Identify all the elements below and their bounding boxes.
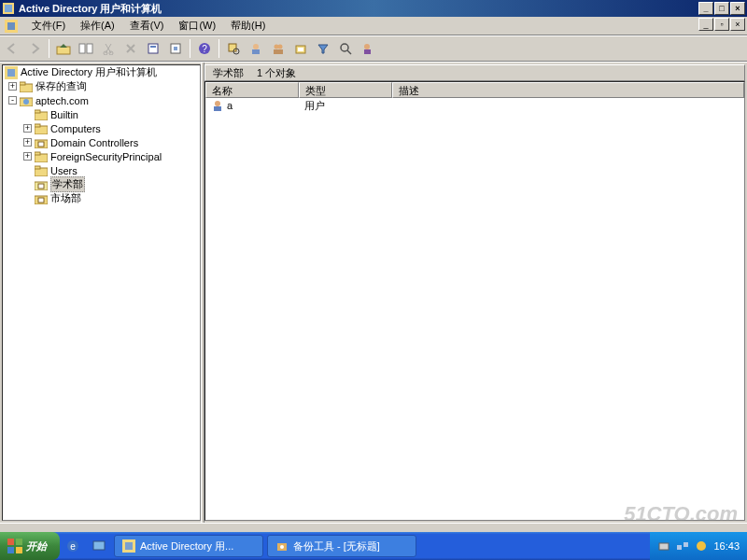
add-member-button[interactable] bbox=[358, 38, 378, 59]
tray-icon[interactable] bbox=[657, 539, 670, 553]
tree-node-builtin[interactable]: Builtin bbox=[3, 107, 200, 121]
svg-rect-62 bbox=[684, 542, 688, 547]
new-group-button[interactable] bbox=[268, 38, 289, 59]
svg-rect-30 bbox=[20, 82, 25, 85]
tray-volume-icon[interactable] bbox=[695, 539, 708, 553]
column-type[interactable]: 类型 bbox=[299, 82, 392, 98]
filter-button[interactable] bbox=[313, 38, 333, 59]
content-pane: 学术部 1 个对象 名称 类型 描述 a 用户 bbox=[204, 64, 745, 521]
minimize-button[interactable]: _ bbox=[698, 2, 713, 15]
back-button[interactable] bbox=[2, 38, 22, 59]
svg-rect-6 bbox=[87, 44, 92, 53]
expander-icon[interactable]: - bbox=[8, 96, 17, 105]
backup-icon bbox=[275, 539, 289, 553]
tree-root[interactable]: Active Directory 用户和计算机 bbox=[3, 65, 200, 79]
content-header: 学术部 1 个对象 bbox=[204, 64, 745, 81]
svg-point-23 bbox=[341, 44, 348, 51]
item-name: a bbox=[227, 100, 233, 111]
domain-icon bbox=[20, 94, 33, 107]
expander-icon[interactable]: + bbox=[8, 82, 17, 91]
svg-rect-9 bbox=[148, 44, 158, 53]
svg-rect-5 bbox=[79, 44, 85, 53]
svg-rect-22 bbox=[298, 48, 303, 51]
svg-rect-49 bbox=[7, 539, 14, 545]
find-button[interactable] bbox=[223, 38, 244, 59]
svg-rect-44 bbox=[38, 184, 44, 189]
user-icon bbox=[211, 99, 224, 112]
list-item[interactable]: a 用户 bbox=[205, 98, 744, 113]
system-tray[interactable]: 16:43 bbox=[650, 532, 747, 560]
new-user-button[interactable] bbox=[246, 38, 266, 59]
up-button[interactable] bbox=[53, 38, 74, 59]
menu-view[interactable]: 查看(V) bbox=[122, 17, 172, 35]
ad-root-icon bbox=[5, 66, 18, 79]
refresh-button[interactable] bbox=[165, 38, 186, 59]
delete-button[interactable] bbox=[120, 38, 141, 59]
ou-name-label: 学术部 bbox=[213, 66, 244, 80]
tree-node-xueshubu[interactable]: 学术部 bbox=[3, 177, 200, 191]
help-button[interactable]: ? bbox=[194, 38, 215, 59]
taskbar: 开始 e Active Directory 用... 备份工具 - [无标题] … bbox=[0, 532, 747, 560]
cut-button[interactable] bbox=[98, 38, 119, 59]
svg-rect-36 bbox=[35, 124, 40, 127]
column-desc[interactable]: 描述 bbox=[392, 82, 744, 98]
svg-rect-14 bbox=[229, 44, 236, 51]
svg-text:e: e bbox=[70, 541, 76, 552]
folder-icon bbox=[35, 164, 48, 177]
new-ou-button[interactable] bbox=[290, 38, 311, 59]
svg-rect-61 bbox=[677, 545, 682, 550]
svg-rect-4 bbox=[57, 47, 70, 54]
svg-rect-34 bbox=[35, 110, 40, 113]
tray-network-icon[interactable] bbox=[676, 539, 689, 553]
svg-point-47 bbox=[215, 101, 220, 106]
list-view[interactable]: 名称 类型 描述 a 用户 bbox=[204, 81, 745, 521]
quicklaunch-desktop[interactable] bbox=[88, 535, 110, 557]
menu-bar: 文件(F) 操作(A) 查看(V) 窗口(W) 帮助(H) _ ▫ × bbox=[0, 17, 747, 35]
svg-line-24 bbox=[347, 50, 351, 54]
tree-node-computers[interactable]: + Computers bbox=[3, 121, 200, 135]
tree-node-saved-queries[interactable]: + 保存的查询 bbox=[3, 79, 200, 93]
child-restore-button[interactable]: ▫ bbox=[714, 18, 729, 31]
expander-icon[interactable]: + bbox=[23, 152, 32, 161]
taskbar-item-backup[interactable]: 备份工具 - [无标题] bbox=[267, 535, 416, 557]
properties-button[interactable] bbox=[143, 38, 163, 59]
tree-node-dc[interactable]: + Domain Controllers bbox=[3, 135, 200, 149]
clock[interactable]: 16:43 bbox=[713, 540, 740, 552]
menu-file[interactable]: 文件(F) bbox=[24, 17, 73, 35]
tree-node-domain[interactable]: - aptech.com bbox=[3, 93, 200, 107]
watermark-text: 51CTO.com bbox=[624, 502, 738, 526]
toolbar: ? bbox=[0, 35, 747, 62]
ou-open-icon bbox=[35, 178, 48, 191]
find-objects-button[interactable] bbox=[335, 38, 356, 59]
expander-icon[interactable]: + bbox=[23, 124, 32, 133]
forward-button[interactable] bbox=[24, 38, 45, 59]
child-close-button[interactable]: × bbox=[730, 18, 745, 31]
tree-pane[interactable]: Active Directory 用户和计算机 + 保存的查询 - aptech… bbox=[2, 64, 201, 521]
start-button[interactable]: 开始 bbox=[0, 532, 60, 560]
svg-point-59 bbox=[280, 545, 284, 549]
svg-rect-42 bbox=[35, 166, 40, 169]
child-minimize-button[interactable]: _ bbox=[698, 18, 713, 31]
mmc-icon bbox=[4, 19, 19, 34]
svg-rect-51 bbox=[7, 547, 14, 553]
workspace: Active Directory 用户和计算机 + 保存的查询 - aptech… bbox=[0, 62, 747, 523]
ou-icon bbox=[35, 192, 48, 205]
expander-icon[interactable]: + bbox=[23, 138, 32, 147]
quicklaunch-ie[interactable]: e bbox=[62, 535, 84, 557]
tree-node-shichangbu[interactable]: 市场部 bbox=[3, 191, 200, 205]
svg-text:?: ? bbox=[202, 44, 207, 54]
svg-point-16 bbox=[253, 44, 259, 49]
svg-point-32 bbox=[23, 99, 29, 105]
show-hide-button[interactable] bbox=[76, 38, 96, 59]
menu-action[interactable]: 操作(A) bbox=[73, 17, 122, 35]
tree-node-users[interactable]: Users bbox=[3, 163, 200, 177]
column-name[interactable]: 名称 bbox=[205, 82, 299, 98]
menu-help[interactable]: 帮助(H) bbox=[223, 17, 273, 35]
menu-window[interactable]: 窗口(W) bbox=[171, 17, 223, 35]
tree-node-fsp[interactable]: + ForeignSecurityPrincipal bbox=[3, 149, 200, 163]
svg-rect-40 bbox=[35, 152, 40, 155]
window-titlebar: Active Directory 用户和计算机 _ □ × bbox=[0, 0, 747, 17]
close-button[interactable]: × bbox=[730, 2, 745, 15]
maximize-button[interactable]: □ bbox=[714, 2, 729, 15]
taskbar-item-ad[interactable]: Active Directory 用... bbox=[114, 535, 263, 557]
